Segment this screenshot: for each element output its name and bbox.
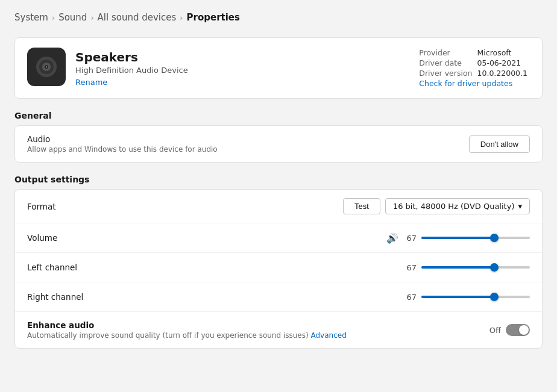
left-channel-label: Left channel [27,263,77,272]
breadcrumb-system[interactable]: System [14,12,48,23]
volume-icon: 🔊 [386,232,398,244]
audio-label: Audio [27,134,218,144]
breadcrumb: System › Sound › All sound devices › Pro… [14,12,543,23]
rename-link[interactable]: Rename [75,78,107,87]
breadcrumb-sep-1: › [52,13,55,22]
device-header: Speakers High Definition Audio Device Re… [14,37,543,99]
volume-slider[interactable] [421,232,530,244]
volume-label: Volume [27,233,57,243]
left-channel-row: Left channel 67 [15,253,542,282]
volume-track [421,237,530,239]
output-settings-section-title: Output settings [14,175,543,184]
right-channel-controls: 67 [403,291,530,303]
format-select[interactable]: 16 bit, 48000 Hz (DVD Quality) ▾ [385,198,530,214]
right-channel-track [421,296,530,298]
breadcrumb-properties: Properties [187,12,240,23]
right-channel-label: Right channel [27,292,83,302]
volume-value: 67 [403,234,417,243]
enhance-toggle[interactable] [506,324,530,336]
audio-desc: Allow apps and Windows to use this devic… [27,145,218,154]
device-name: Speakers [75,50,188,64]
breadcrumb-sound[interactable]: Sound [58,12,87,23]
breadcrumb-sep-3: › [180,13,183,22]
driver-version-value: 10.0.22000.1 [475,68,530,78]
format-label: Format [27,202,56,211]
left-channel-slider[interactable] [421,261,530,273]
enhance-off-label: Off [489,326,501,335]
enhance-audio-row: Enhance audio Automatically improve soun… [15,312,542,348]
right-channel-thumb[interactable] [490,293,499,301]
device-info-left: Speakers High Definition Audio Device Re… [27,48,188,87]
right-channel-fill [421,296,494,298]
driver-date-label: Driver date [417,58,474,68]
enhance-audio-desc-text: Automatically improve sound quality (tur… [27,331,309,340]
audio-info: Audio Allow apps and Windows to use this… [27,134,218,154]
format-controls: Test 16 bit, 48000 Hz (DVD Quality) ▾ [343,198,530,214]
test-button[interactable]: Test [343,198,380,214]
breadcrumb-sep-2: › [90,13,93,22]
format-row: Format Test 16 bit, 48000 Hz (DVD Qualit… [15,190,542,223]
dont-allow-button[interactable]: Don't allow [469,135,530,153]
driver-version-label: Driver version [417,68,474,78]
driver-info: Provider Microsoft Driver date 05-06-202… [417,48,530,89]
general-section-title: General [14,111,543,120]
device-subtitle: High Definition Audio Device [75,66,188,75]
volume-row: Volume 🔊 67 [15,223,542,253]
right-channel-slider[interactable] [421,291,530,303]
driver-date-value: 05-06-2021 [475,58,530,68]
left-channel-thumb[interactable] [490,263,499,272]
svg-point-4 [46,66,47,67]
enhance-audio-label: Enhance audio [27,320,347,330]
volume-controls: 🔊 67 [386,232,530,244]
left-channel-track [421,266,530,269]
enhance-advanced-link[interactable]: Advanced [310,331,346,340]
left-channel-fill [421,266,494,269]
volume-thumb[interactable] [490,234,499,242]
speaker-icon [27,48,66,86]
check-driver-updates-link[interactable]: Check for driver updates [419,79,512,88]
format-value: 16 bit, 48000 Hz (DVD Quality) [393,202,515,211]
right-channel-value: 67 [403,293,417,302]
enhance-audio-info: Enhance audio Automatically improve soun… [27,320,347,340]
provider-label: Provider [417,48,474,58]
chevron-down-icon: ▾ [518,202,522,211]
general-card: Audio Allow apps and Windows to use this… [14,125,543,163]
breadcrumb-all-sound-devices[interactable]: All sound devices [98,12,177,23]
device-text-info: Speakers High Definition Audio Device Re… [75,48,188,87]
audio-row: Audio Allow apps and Windows to use this… [15,126,542,162]
toggle-knob [519,325,529,335]
enhance-toggle-wrapper: Off [489,324,530,336]
right-channel-row: Right channel 67 [15,282,542,312]
provider-value: Microsoft [475,48,530,58]
left-channel-controls: 67 [403,261,530,273]
enhance-audio-desc: Automatically improve sound quality (tur… [27,331,347,340]
output-settings-card: Format Test 16 bit, 48000 Hz (DVD Qualit… [14,189,543,349]
volume-fill [421,237,494,239]
left-channel-value: 67 [403,263,417,272]
